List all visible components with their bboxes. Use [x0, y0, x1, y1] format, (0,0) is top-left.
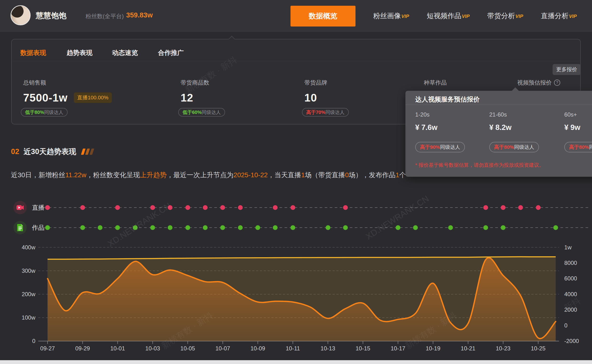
vip-badge: VIP	[462, 14, 469, 19]
panel-divider	[12, 61, 580, 61]
duration-label: 1-20s	[415, 111, 429, 118]
直播-dot	[150, 205, 155, 210]
right-axis-label: 4000	[564, 291, 577, 297]
stat-card-带货品牌: 带货品牌10高于70%同级达人	[304, 79, 327, 86]
x-tick-label: 10-13	[321, 345, 335, 351]
live-icon-bg	[13, 201, 27, 214]
作品-dot	[553, 225, 558, 230]
series-group	[47, 257, 556, 341]
pill-rest: 同级达人	[589, 144, 592, 150]
live-row-label: 直播	[32, 203, 45, 212]
peer-compare-pill: 低于60%同级达人	[178, 108, 225, 117]
peer-compare-pill: 高于70%同级达人	[302, 108, 349, 117]
summary-text: 场），发布作品	[349, 171, 396, 179]
nav-tab-短视频作品[interactable]: 短视频作品VIP	[427, 11, 469, 21]
nav-tab-label: 短视频作品	[427, 11, 461, 21]
summary-highlight: 2025-10-22	[234, 171, 267, 179]
right-axis-label: 0	[564, 322, 567, 329]
works-row-header: 作品	[13, 221, 45, 234]
live-share-badge: 直播100.00%	[74, 92, 112, 103]
fans-count-label: 粉丝数(全平台)	[85, 13, 124, 20]
nav-tab-带货分析[interactable]: 带货分析VIP	[487, 11, 523, 21]
直播-dot	[168, 205, 172, 210]
summary-highlight: 1	[396, 171, 399, 179]
help-icon[interactable]: ?	[554, 79, 560, 86]
tooltip-disclaimer: * 报价基于账号数据估算，请勿直接作为投放或投资建议。	[415, 162, 544, 168]
stat-value-row: 10	[304, 91, 317, 104]
dashboard-page: 慧慧饱饱 粉丝数(全平台) 359.83w 数据概览粉丝画像VIP短视频作品VI…	[0, 0, 592, 364]
vip-badge: VIP	[515, 14, 523, 19]
直播-dot	[518, 205, 523, 210]
summary-highlight: 11.22w	[65, 171, 86, 179]
subnav-tab-数据表现[interactable]: 数据表现	[20, 48, 46, 57]
x-tick-label: 10-01	[110, 345, 125, 351]
pill-rest: 同级达人	[202, 109, 221, 116]
stat-card-label: 视频预估报价?	[517, 79, 560, 86]
直播-dot	[80, 205, 85, 210]
subnav-tab-合作推广[interactable]: 合作推广	[158, 48, 184, 57]
duration-label: 21-60s	[489, 111, 507, 118]
pill-rest: 同级达人	[440, 144, 460, 150]
left-axis-label: 300w	[22, 267, 36, 274]
video-camera-icon	[16, 203, 24, 212]
x-tick-label: 10-15	[356, 345, 370, 351]
作品-dot	[238, 225, 243, 230]
tooltip-col-60s+: 60s+¥ 9w高于80%同级达人	[564, 111, 592, 118]
more-quotes-button[interactable]: 更多报价	[553, 64, 581, 75]
tooltip-peer-pill: 高于80%同级达人	[564, 142, 592, 152]
作品-dot	[501, 225, 506, 230]
作品-dot	[168, 225, 172, 230]
nav-tab-label: 带货分析	[487, 11, 515, 21]
pill-rest: 同级达人	[325, 109, 345, 116]
x-tick-label: 10-09	[250, 345, 265, 351]
vip-badge: VIP	[401, 14, 409, 19]
price-estimate-tooltip: 达人视频服务预估报价 1-20s¥ 7.6w高于90%同级达人21-60s¥ 8…	[405, 91, 592, 177]
直播-dot	[343, 205, 348, 210]
作品-dot	[220, 225, 225, 230]
right-axis-label: 6000	[564, 275, 577, 282]
x-tick-label: 10-03	[145, 345, 160, 351]
stat-card-视频预估报价: 视频预估报价?	[517, 79, 560, 86]
stat-value: 10	[304, 91, 317, 104]
stat-label-text: 带货品牌	[304, 79, 327, 86]
nav-tab-label: 直播分析	[541, 11, 569, 21]
作品-dot	[185, 225, 190, 230]
subnav-tab-动态速览[interactable]: 动态速览	[112, 48, 138, 57]
creator-name: 慧慧饱饱	[36, 11, 66, 21]
stat-card-label: 带货商品数	[181, 79, 209, 86]
直播-dot	[115, 205, 120, 210]
作品-dot	[483, 225, 488, 230]
nav-tab-直播分析[interactable]: 直播分析VIP	[541, 11, 577, 21]
summary-highlight: 1	[301, 171, 305, 179]
avatar[interactable]	[11, 5, 31, 25]
trend-chart: 09-2709-2910-0110-0310-0510-0710-0910-11…	[0, 241, 592, 364]
x-tick-label: 10-07	[215, 345, 230, 351]
x-tick-label: 10-11	[286, 345, 300, 351]
stat-value-row: 12	[181, 91, 193, 104]
right-axis-label: -2000	[564, 338, 579, 344]
stat-label-text: 视频预估报价	[517, 79, 552, 86]
subnav-tab-趋势表现[interactable]: 趋势表现	[67, 48, 92, 57]
summary-text: 场（带货直播	[305, 171, 345, 179]
作品-dot	[150, 225, 155, 230]
section-title: 近30天趋势表现	[23, 147, 76, 157]
nav-tab-数据概览[interactable]: 数据概览	[291, 6, 356, 26]
直播-dot	[536, 205, 541, 210]
tooltip-title: 达人视频服务预估报价	[415, 95, 480, 104]
直播-dot	[185, 205, 190, 210]
summary-text: ，当天直播	[268, 171, 301, 179]
left-axis-label: 0	[32, 338, 35, 344]
nav-tab-粉丝画像[interactable]: 粉丝画像VIP	[373, 11, 409, 21]
watermark: XD.NEWRANK.CN	[364, 194, 431, 242]
作品-dot	[133, 225, 138, 230]
x-tick-label: 10-21	[461, 345, 475, 351]
pill-prefix: 高于80%	[494, 144, 514, 150]
works-row-label: 作品	[32, 224, 45, 232]
duration-label: 60s+	[564, 111, 577, 118]
works-row-line	[39, 228, 590, 228]
stat-label-text: 带货商品数	[181, 79, 209, 86]
pill-prefix: 高于80%	[569, 144, 589, 150]
tooltip-divider	[405, 105, 592, 105]
summary-highlight: 上升趋势	[140, 171, 167, 179]
stat-label-text: 种草作品	[424, 79, 447, 86]
